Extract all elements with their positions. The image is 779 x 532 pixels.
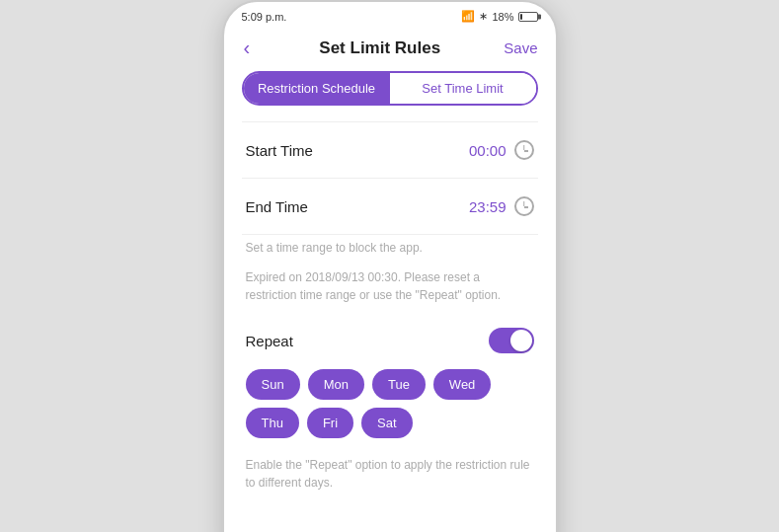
end-time-right: 23:59 — [469, 196, 534, 216]
tab-bar: Restriction Schedule Set Time Limit — [242, 71, 538, 106]
start-time-label: Start Time — [246, 142, 313, 159]
start-time-value: 00:00 — [469, 142, 506, 159]
repeat-label: Repeat — [246, 333, 293, 349]
tab-set-time-limit[interactable]: Set Time Limit — [390, 73, 536, 104]
day-thu[interactable]: Thu — [246, 408, 299, 438]
back-button[interactable]: ‹ — [238, 35, 257, 61]
toggle-knob — [510, 330, 532, 351]
bluetooth-icon: ∗ — [479, 10, 488, 23]
start-time-right: 00:00 — [469, 140, 534, 160]
day-tue[interactable]: Tue — [372, 369, 426, 400]
info-text: Set a time range to block the app. — [224, 235, 556, 265]
wifi-icon: 📶 — [461, 10, 475, 23]
phone-frame: 5:09 p.m. 📶 ∗ 18% ‹ Set Limit Rules Save… — [222, 0, 558, 532]
end-time-row: End Time 23:59 — [224, 179, 556, 234]
save-button[interactable]: Save — [504, 39, 537, 56]
day-sun[interactable]: Sun — [246, 369, 300, 400]
status-time: 5:09 p.m. — [242, 11, 287, 23]
day-fri[interactable]: Fri — [307, 408, 353, 438]
status-icons: 📶 ∗ 18% — [461, 10, 537, 23]
day-mon[interactable]: Mon — [308, 369, 364, 400]
day-wed[interactable]: Wed — [433, 369, 492, 400]
repeat-row: Repeat — [224, 318, 556, 369]
header: ‹ Set Limit Rules Save — [224, 27, 556, 71]
end-time-value: 23:59 — [469, 198, 506, 215]
tab-restriction-schedule[interactable]: Restriction Schedule — [244, 73, 390, 104]
page-title: Set Limit Rules — [256, 38, 504, 58]
repeat-info: Enable the "Repeat" option to apply the … — [224, 448, 556, 511]
status-bar: 5:09 p.m. 📶 ∗ 18% — [224, 2, 556, 27]
end-time-clock-icon[interactable] — [514, 196, 534, 216]
expired-text: Expired on 2018/09/13 00:30. Please rese… — [224, 265, 556, 318]
start-time-row: Start Time 00:00 — [224, 122, 556, 178]
battery-percent: 18% — [492, 11, 513, 23]
repeat-toggle[interactable] — [489, 328, 534, 353]
days-row: Sun Mon Tue Wed Thu Fri Sat — [224, 369, 556, 448]
start-time-clock-icon[interactable] — [514, 140, 534, 160]
end-time-label: End Time — [246, 198, 308, 215]
day-sat[interactable]: Sat — [361, 408, 413, 438]
battery-icon — [518, 12, 538, 22]
